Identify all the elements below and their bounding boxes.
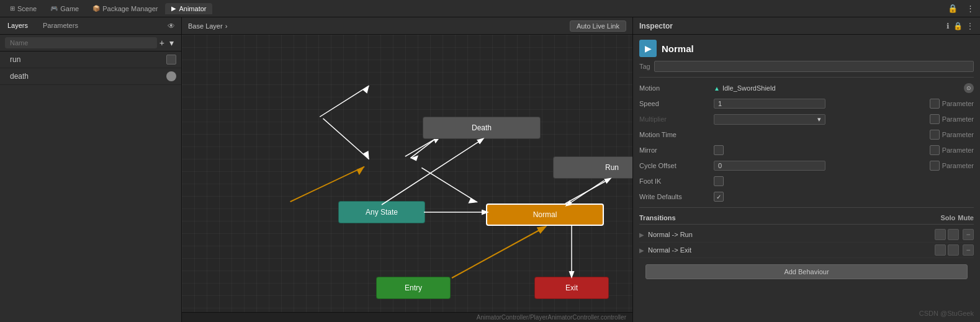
tab-game[interactable]: 🎮 Game bbox=[44, 3, 85, 14]
tab-layers[interactable]: Layers bbox=[0, 19, 35, 33]
scene-icon: ⊞ bbox=[10, 5, 15, 12]
mirror-param-check[interactable] bbox=[930, 145, 940, 155]
inspector-panel: Inspector ℹ 🔒 ⋮ ▶ Normal Tag bbox=[632, 17, 980, 322]
svg-marker-7 bbox=[410, 155, 418, 161]
write-defaults-checkbox[interactable] bbox=[714, 192, 724, 202]
state-death[interactable]: Death bbox=[423, 117, 541, 139]
svg-line-16 bbox=[567, 181, 604, 205]
tab-package-manager[interactable]: 📦 Package Manager bbox=[86, 3, 164, 14]
multiplier-dropdown[interactable]: ▾ bbox=[714, 114, 825, 125]
more-icon[interactable]: ⋮ bbox=[964, 4, 976, 13]
visibility-icon[interactable]: 👁 bbox=[168, 22, 181, 30]
solo-btn-exit[interactable] bbox=[935, 244, 946, 256]
layer-path: Base Layer › bbox=[188, 22, 227, 30]
cycle-offset-param-check[interactable] bbox=[930, 161, 940, 171]
svg-marker-3 bbox=[357, 167, 365, 176]
state-run[interactable]: Run bbox=[553, 156, 632, 179]
layer-path-separator: › bbox=[225, 22, 228, 30]
inspector-icons: ℹ 🔒 ⋮ bbox=[946, 22, 974, 30]
watermark: CSDN @StuGeek bbox=[919, 310, 974, 317]
svg-line-12 bbox=[382, 139, 483, 205]
inspector-row-foot-ik: Foot IK bbox=[639, 174, 974, 188]
transition-arrow-exit: ▶ bbox=[639, 247, 644, 254]
multiplier-value: ▾ bbox=[714, 114, 930, 125]
state-exit[interactable]: Exit bbox=[534, 277, 609, 299]
mute-header-label: Mute bbox=[958, 214, 974, 221]
inspector-row-multiplier: Multiplier ▾ Parameter bbox=[639, 112, 974, 126]
speed-input[interactable] bbox=[714, 99, 825, 109]
svg-line-10 bbox=[323, 119, 369, 159]
inspector-top-bar: Inspector ℹ 🔒 ⋮ bbox=[633, 17, 980, 35]
solo-mute-btns-run: − bbox=[935, 229, 974, 240]
multiplier-param-checkbox: Parameter bbox=[930, 114, 974, 124]
transition-name-run[interactable]: Normal -> Run bbox=[648, 231, 935, 238]
inspector-row-motion-time: Motion Time Parameter bbox=[639, 128, 974, 141]
inspector-row-cycle-offset: Cycle Offset Parameter bbox=[639, 159, 974, 172]
svg-marker-11 bbox=[363, 151, 369, 159]
foot-ik-checkbox[interactable] bbox=[714, 176, 724, 186]
animator-panel: Base Layer › Auto Live Link bbox=[182, 17, 632, 322]
mute-btn-exit[interactable] bbox=[948, 244, 959, 256]
package-icon: 📦 bbox=[92, 5, 100, 12]
grid-canvas[interactable]: Death Run Any State Normal Entry Exit bbox=[182, 35, 632, 312]
transition-name-exit[interactable]: Normal -> Exit bbox=[648, 246, 935, 254]
list-item[interactable]: death bbox=[0, 68, 181, 85]
multiplier-label: Multiplier bbox=[639, 115, 714, 123]
solo-mute-header: Solo Mute bbox=[940, 214, 974, 221]
cycle-offset-param-label: Parameter bbox=[942, 162, 974, 169]
transition-row-exit: ▶ Normal -> Exit − bbox=[639, 243, 974, 258]
svg-line-15 bbox=[565, 179, 610, 203]
param-name-death: death bbox=[10, 72, 166, 81]
svg-marker-9 bbox=[468, 198, 477, 203]
speed-label: Speed bbox=[639, 100, 714, 107]
state-entry[interactable]: Entry bbox=[376, 277, 451, 299]
add-param-button[interactable]: + bbox=[157, 38, 167, 48]
lock-inspector-icon[interactable]: 🔒 bbox=[953, 22, 963, 30]
solo-btn-run[interactable] bbox=[935, 229, 946, 240]
motion-value-row: ▲ Idle_SwordShield ⊙ bbox=[714, 83, 974, 93]
mute-btn-run[interactable] bbox=[948, 229, 959, 240]
remove-btn-run[interactable]: − bbox=[963, 229, 974, 240]
speed-value bbox=[714, 99, 930, 109]
tab-scene[interactable]: ⊞ Scene bbox=[4, 3, 43, 14]
inspector-row-speed: Speed Parameter bbox=[639, 97, 974, 110]
motion-label: Motion bbox=[639, 84, 714, 92]
param-name-run: run bbox=[10, 55, 166, 64]
add-behaviour-button[interactable]: Add Behaviour bbox=[645, 264, 968, 279]
motion-select-button[interactable]: ⊙ bbox=[964, 83, 974, 93]
left-tabs: Layers Parameters 👁 bbox=[0, 17, 181, 35]
tab-parameters[interactable]: Parameters bbox=[35, 19, 86, 33]
motion-time-param-check[interactable] bbox=[930, 130, 940, 140]
param-trigger-death[interactable] bbox=[166, 71, 176, 81]
mirror-checkbox[interactable] bbox=[714, 145, 724, 155]
state-normal[interactable]: Normal bbox=[486, 203, 604, 226]
cycle-offset-input[interactable] bbox=[714, 161, 825, 171]
param-bool-run[interactable] bbox=[166, 55, 176, 65]
tab-animator[interactable]: ▶ Animator bbox=[165, 3, 212, 14]
svg-line-6 bbox=[410, 140, 434, 158]
foot-ik-label: Foot IK bbox=[639, 177, 714, 185]
info-icon[interactable]: ℹ bbox=[946, 22, 950, 30]
list-item[interactable]: run bbox=[0, 51, 181, 68]
inspector-row-write-defaults: Write Defaults bbox=[639, 190, 974, 203]
speed-param-checkbox: Parameter bbox=[930, 99, 974, 109]
lock-icon[interactable]: 🔒 bbox=[946, 4, 960, 13]
speed-param-check[interactable] bbox=[930, 99, 940, 109]
more-inspector-icon[interactable]: ⋮ bbox=[966, 22, 974, 30]
remove-btn-exit[interactable]: − bbox=[963, 244, 974, 256]
multiplier-param-check[interactable] bbox=[930, 114, 940, 124]
svg-line-0 bbox=[320, 86, 369, 117]
motion-time-param-label: Parameter bbox=[942, 131, 974, 138]
param-dropdown-button[interactable]: ▾ bbox=[167, 38, 176, 48]
motion-time-param-checkbox: Parameter bbox=[930, 130, 974, 140]
state-any-state[interactable]: Any State bbox=[338, 201, 425, 223]
name-search-input[interactable] bbox=[5, 37, 157, 48]
mirror-label: Mirror bbox=[639, 146, 714, 154]
auto-live-button[interactable]: Auto Live Link bbox=[570, 20, 626, 32]
param-list: run death bbox=[0, 51, 181, 322]
tag-input[interactable] bbox=[654, 61, 974, 72]
motion-name: Idle_SwordShield bbox=[722, 84, 776, 92]
animator-icon: ▶ bbox=[171, 5, 176, 12]
animator-footer: AnimatorController/PlayerAnimatorControl… bbox=[182, 312, 632, 322]
state-icon: ▶ bbox=[645, 43, 652, 53]
